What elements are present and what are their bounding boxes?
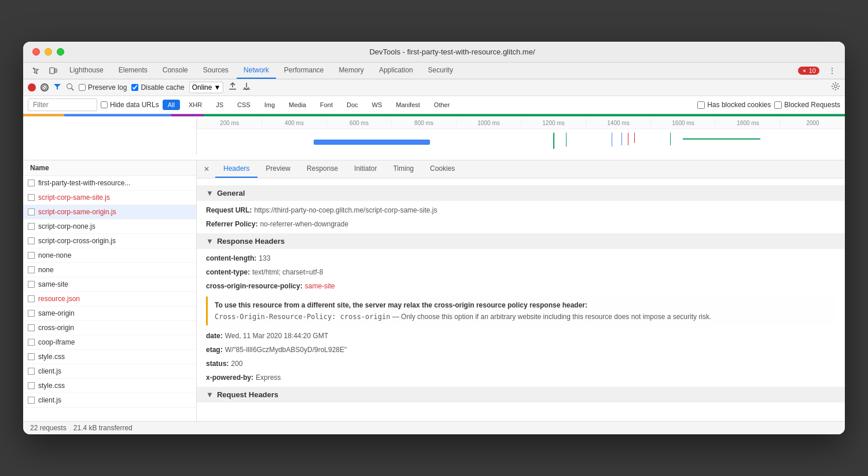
file-row[interactable]: same-origin	[23, 306, 196, 321]
filter-img[interactable]: Img	[259, 100, 280, 110]
file-row[interactable]: script-corp-cross-origin.js	[23, 234, 196, 248]
filter-bar: Hide data URLs All XHR JS CSS Img Media …	[23, 96, 845, 114]
tab-network[interactable]: Network	[237, 63, 276, 79]
close-tab-button[interactable]: ✕	[201, 164, 212, 174]
file-checkbox[interactable]	[28, 237, 35, 244]
search-icon[interactable]	[66, 83, 74, 93]
settings-icon[interactable]	[831, 82, 840, 93]
preserve-log-label[interactable]: Preserve log	[79, 83, 127, 91]
file-checkbox[interactable]	[28, 223, 35, 230]
file-checkbox[interactable]	[28, 180, 35, 186]
file-checkbox[interactable]	[28, 339, 35, 346]
blocked-requests-label[interactable]: Blocked Requests	[774, 101, 840, 109]
has-blocked-cookies-checkbox[interactable]	[697, 101, 705, 109]
file-row[interactable]: none	[23, 263, 196, 277]
minimize-button[interactable]	[45, 48, 52, 56]
export-icon[interactable]	[242, 82, 251, 93]
disable-cache-label[interactable]: Disable cache	[131, 83, 184, 91]
filter-css[interactable]: CSS	[232, 100, 256, 110]
general-section-header[interactable]: ▼ General	[197, 185, 845, 201]
filter-other[interactable]: Other	[429, 100, 455, 110]
record-button[interactable]	[28, 83, 36, 91]
file-checkbox[interactable]	[28, 310, 35, 317]
detail-tab-preview[interactable]: Preview	[258, 160, 299, 178]
detail-tab-response[interactable]: Response	[299, 160, 346, 178]
corp-row: cross-origin-resource-policy: same-site	[206, 279, 836, 293]
file-row[interactable]: resource.json	[23, 292, 196, 306]
file-checkbox[interactable]	[28, 324, 35, 331]
tab-console[interactable]: Console	[156, 63, 195, 79]
file-row[interactable]: client.js	[23, 364, 196, 379]
file-row[interactable]: none-none	[23, 248, 196, 263]
file-checkbox[interactable]	[28, 397, 35, 404]
file-row[interactable]: coop-iframe	[23, 335, 196, 350]
detail-tab-bar: ✕ Headers Preview Response Initiator Tim…	[197, 160, 845, 178]
file-row[interactable]: script-corp-none.js	[23, 219, 196, 234]
timeline-marker-green-3	[670, 133, 671, 145]
timeline-marker-green-1	[553, 133, 554, 149]
file-row[interactable]: script-corp-same-origin.js	[23, 205, 196, 219]
tab-elements[interactable]: Elements	[112, 63, 155, 79]
filter-manifest[interactable]: Manifest	[391, 100, 425, 110]
svg-line-5	[43, 86, 46, 89]
file-checkbox[interactable]	[28, 353, 35, 360]
file-row[interactable]: style.css	[23, 350, 196, 364]
file-checkbox[interactable]	[28, 295, 35, 302]
has-blocked-cookies-label[interactable]: Has blocked cookies	[697, 101, 771, 109]
file-checkbox[interactable]	[28, 194, 35, 201]
file-checkbox[interactable]	[28, 281, 35, 288]
maximize-button[interactable]	[57, 48, 64, 56]
file-row[interactable]: script-corp-same-site.js	[23, 191, 196, 205]
detail-tab-initiator[interactable]: Initiator	[346, 160, 385, 178]
throttle-select[interactable]: Online ▼	[189, 82, 224, 93]
filter-js[interactable]: JS	[211, 100, 229, 110]
file-row[interactable]: cross-origin	[23, 321, 196, 335]
detail-tab-cookies[interactable]: Cookies	[422, 160, 463, 178]
hide-data-urls-checkbox[interactable]	[101, 101, 108, 108]
file-row[interactable]: style.css	[23, 379, 196, 393]
filter-ws[interactable]: WS	[367, 100, 388, 110]
tab-performance[interactable]: Performance	[277, 63, 331, 79]
tick-1800ms: 1800 ms	[715, 120, 780, 126]
detail-tab-headers[interactable]: Headers	[215, 160, 258, 178]
tab-security[interactable]: Security	[421, 63, 460, 79]
svg-text:✕: ✕	[803, 69, 806, 73]
stop-button[interactable]	[41, 83, 49, 91]
tab-application[interactable]: Application	[372, 63, 420, 79]
file-checkbox[interactable]	[28, 382, 35, 389]
preserve-log-checkbox[interactable]	[79, 84, 86, 91]
request-url-row: Request URL: https://third-party-no-coep…	[206, 203, 836, 217]
disable-cache-checkbox[interactable]	[131, 84, 138, 91]
file-checkbox[interactable]	[28, 208, 35, 215]
filter-font[interactable]: Font	[315, 100, 338, 110]
response-headers-section-header[interactable]: ▼ Response Headers	[197, 233, 845, 249]
detail-tab-timing[interactable]: Timing	[385, 160, 422, 178]
tab-memory[interactable]: Memory	[332, 63, 371, 79]
import-icon[interactable]	[228, 82, 237, 93]
status-bar: 22 requests 21.4 kB transferred	[23, 421, 845, 434]
hide-data-urls-label[interactable]: Hide data URLs	[101, 101, 159, 109]
referrer-policy-value: no-referrer-when-downgrade	[260, 220, 348, 228]
filter-icon[interactable]	[53, 83, 61, 93]
filter-all[interactable]: All	[163, 100, 180, 110]
more-options-icon[interactable]: ⋮	[824, 63, 840, 79]
filter-doc[interactable]: Doc	[341, 100, 363, 110]
file-row[interactable]: client.js	[23, 393, 196, 408]
device-toolbar-icon[interactable]	[45, 63, 61, 79]
inspect-icon[interactable]	[28, 63, 44, 79]
filter-xhr[interactable]: XHR	[183, 100, 207, 110]
content-type-row: content-type: text/html; charset=utf-8	[206, 265, 836, 279]
file-row[interactable]: first-party-test-with-resource...	[23, 176, 196, 191]
file-checkbox[interactable]	[28, 252, 35, 259]
request-headers-section-header[interactable]: ▼ Request Headers	[197, 387, 845, 402]
close-button[interactable]	[32, 48, 40, 56]
tab-lighthouse[interactable]: Lighthouse	[62, 63, 111, 79]
timeline-bar-main	[314, 140, 431, 145]
filter-media[interactable]: Media	[284, 100, 311, 110]
filter-input[interactable]	[28, 98, 97, 111]
file-row[interactable]: same-site	[23, 277, 196, 292]
tab-sources[interactable]: Sources	[196, 63, 236, 79]
file-checkbox[interactable]	[28, 368, 35, 375]
file-checkbox[interactable]	[28, 266, 35, 273]
blocked-requests-checkbox[interactable]	[774, 101, 782, 109]
